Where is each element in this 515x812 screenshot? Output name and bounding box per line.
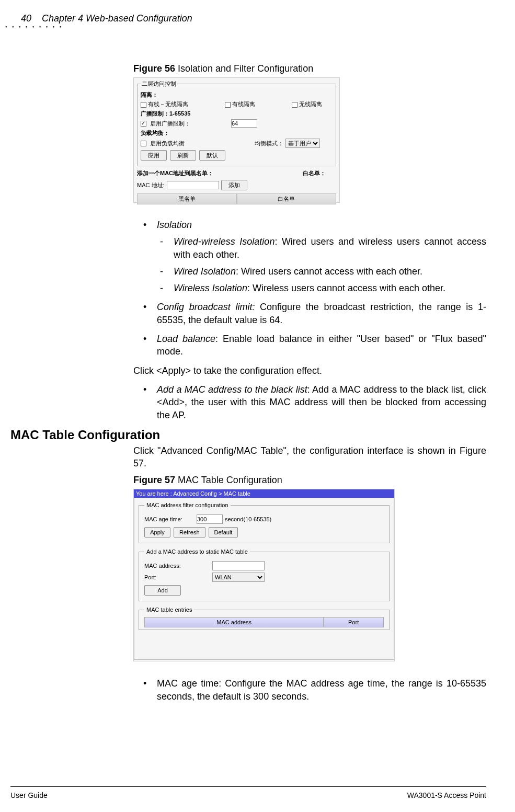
footer-left: User Guide <box>10 791 48 799</box>
term-add-mac: Add a MAC address to the black list <box>157 384 307 395</box>
fig56-cb-wired-label: 有线隔离 <box>232 101 255 107</box>
fig57-table-header: MAC address Port <box>144 617 384 627</box>
checkbox-icon[interactable] <box>141 121 146 127</box>
term-config-broadcast: Config broadcast limit: <box>157 302 255 312</box>
fig57-mac-address-label: MAC address: <box>144 563 212 569</box>
fig57-port-select[interactable]: WLAN <box>212 573 265 582</box>
fig56-mac-addr-label: MAC 地址: <box>137 181 165 189</box>
checkbox-icon <box>225 102 231 108</box>
page-header: 40 Chapter 4 Web-based Configuration <box>21 13 486 26</box>
bullet-loadbalance: Load balance: Enable load balance in eit… <box>141 333 486 358</box>
fig56-default-button[interactable]: 默认 <box>199 150 225 161</box>
fig56-refresh-button[interactable]: 刷新 <box>170 150 196 161</box>
figure-57-screenshot: You are here : Advanced Config > MAC tab… <box>133 489 395 661</box>
fig57-filter-legend: MAC address filter configuration <box>144 502 231 508</box>
figure-57-title: MAC Table Configuration <box>175 475 282 485</box>
fig57-th-port: Port <box>324 617 383 627</box>
term-load-balance: Load balance <box>157 334 215 344</box>
fig57-add-button[interactable]: Add <box>144 585 181 596</box>
fig57-mac-age-unit: second(10-65535) <box>225 516 271 522</box>
fig57-port-label: Port: <box>144 574 212 580</box>
fig56-enable-broadcast-label: 启用广播限制： <box>150 120 190 128</box>
fig57-add-mac-legend: Add a MAC address to static MAC table <box>144 548 250 555</box>
header-dotted-decoration: ● ● ● ● ● ● ● ● ● <box>5 25 55 35</box>
fig57-entries-legend: MAC table entries <box>144 607 194 613</box>
bullet-broadcast: Config broadcast limit: Configure the br… <box>141 301 486 326</box>
figure-56-number: Figure 56 <box>133 63 175 74</box>
figure-57-number: Figure 57 <box>133 475 175 485</box>
figure-56-caption: Figure 56 Isolation and Filter Configura… <box>133 63 486 74</box>
fig56-whitelist-header: 白名单 <box>237 193 337 204</box>
bullet-isolation: Isolation Wired-wireless Isolation: Wire… <box>141 219 486 294</box>
page-footer: User Guide WA3001-S Access Point <box>10 791 486 799</box>
fig56-whitelist-label: 白名单： <box>303 169 326 177</box>
figure-56-title: Isolation and Filter Configuration <box>175 63 313 74</box>
fig56-isolation-label: 隔离： <box>141 91 333 99</box>
fig56-broadcast-limit-label: 广播限制：1-65535 <box>141 110 333 118</box>
footer-right: WA3001-S Access Point <box>407 791 486 799</box>
term-wired-wireless-isolation: Wired-wireless Isolation <box>174 236 274 247</box>
bullet-add-mac: Add a MAC address to the black list: Add… <box>141 383 486 421</box>
fig57-default-button[interactable]: Default <box>209 527 238 537</box>
figure-56-screenshot: 二层访问控制 隔离： 有线－无线隔离 有线隔离 无线隔离 广播限制：1-6553… <box>133 77 340 203</box>
fig57-th-mac: MAC address <box>145 617 324 627</box>
fig56-cb-wired-wireless[interactable]: 有线－无线隔离 <box>141 100 188 108</box>
mac-table-heading: MAC Table Configuration <box>10 428 486 442</box>
fig57-mac-age-label: MAC age time: <box>144 516 197 522</box>
fig56-cb-wired-wireless-label: 有线－无线隔离 <box>148 101 188 107</box>
fig56-cb-wireless[interactable]: 无线隔离 <box>292 100 322 108</box>
page-number: 40 <box>21 13 31 24</box>
fig56-loadbalance-label: 负载均衡： <box>141 129 333 137</box>
checkbox-icon <box>292 102 297 108</box>
fig57-mac-age-input[interactable] <box>197 514 223 524</box>
fig56-cb-wired[interactable]: 有线隔离 <box>225 100 255 108</box>
figure-57-caption: Figure 57 MAC Table Configuration <box>133 475 486 486</box>
fig56-broadcast-input[interactable] <box>231 119 257 128</box>
term-isolation: Isolation <box>157 220 192 230</box>
dash-wired-wireless: Wired-wireless Isolation: Wired users an… <box>157 235 486 261</box>
body-text-2: MAC age time: Configure the MAC address … <box>133 677 486 703</box>
paragraph-mac-table: Click "Advanced Config/MAC Table", the c… <box>133 444 486 470</box>
fig56-enable-loadbalance-label: 启用负载均衡 <box>150 140 185 147</box>
dash-wireless: Wireless Isolation: Wireless users canno… <box>157 282 486 294</box>
fig56-add-mac-label: 添加一个MAC地址到黑名单： <box>137 169 213 177</box>
fig56-add-button[interactable]: 添加 <box>221 180 247 190</box>
text-wireless-isolation: : Wireless users cannot access with each… <box>247 283 445 293</box>
body-text-1: Isolation Wired-wireless Isolation: Wire… <box>133 219 486 421</box>
footer-divider <box>10 786 486 787</box>
bullet-mac-age: MAC age time: Configure the MAC address … <box>141 677 486 703</box>
fig56-balance-mode-select[interactable]: 基于用户 <box>285 139 320 148</box>
chapter-title: Chapter 4 Web-based Configuration <box>42 13 192 24</box>
checkbox-icon[interactable] <box>141 141 146 146</box>
fig56-mac-input[interactable] <box>167 181 219 189</box>
fig56-blacklist-header: 黑名单 <box>137 193 237 204</box>
fig56-panel-legend: 二层访问控制 <box>141 80 177 88</box>
term-wireless-isolation: Wireless Isolation <box>174 283 247 293</box>
apply-note: Click <Apply> to take the configuration … <box>133 364 486 377</box>
fig56-cb-wireless-label: 无线隔离 <box>299 101 322 107</box>
checkbox-icon <box>141 102 146 108</box>
fig57-apply-button[interactable]: Apply <box>144 527 170 537</box>
fig57-refresh-button[interactable]: Refresh <box>174 527 205 537</box>
fig56-apply-button[interactable]: 应用 <box>141 150 167 161</box>
fig56-balance-mode-label: 均衡模式： <box>255 140 283 147</box>
dash-wired: Wired Isolation: Wired users cannot acce… <box>157 265 486 278</box>
fig57-mac-address-input[interactable] <box>212 561 265 570</box>
text-wired-isolation: : Wired users cannot access with each ot… <box>236 266 422 277</box>
fig57-breadcrumb: You are here : Advanced Config > MAC tab… <box>134 489 394 498</box>
term-wired-isolation: Wired Isolation <box>174 266 236 277</box>
